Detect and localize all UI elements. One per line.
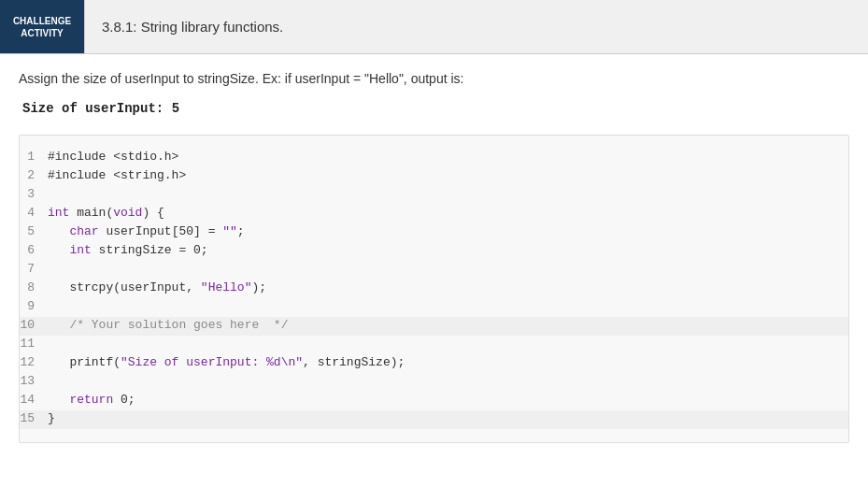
line-num-5: 5 <box>20 224 48 238</box>
line-content-2: #include <string.h> <box>48 168 186 182</box>
page-header: CHALLENGE ACTIVITY 3.8.1: String library… <box>0 0 868 54</box>
line-content-10: /* Your solution goes here */ <box>48 318 288 332</box>
line-content-12: printf("Size of userInput: %d\n", string… <box>48 355 405 369</box>
line-num-3: 3 <box>20 187 48 201</box>
code-line-10: 10 /* Your solution goes here */ <box>20 317 848 336</box>
description-text: Assign the size of userInput to stringSi… <box>19 71 849 86</box>
line-num-12: 12 <box>20 355 48 369</box>
code-line-15: 15 } <box>20 410 848 429</box>
code-line-1: 1 #include <stdio.h> <box>20 149 848 167</box>
line-num-2: 2 <box>20 168 48 182</box>
code-line-5: 5 char userInput[50] = ""; <box>20 223 848 242</box>
line-content-1: #include <stdio.h> <box>48 150 178 164</box>
code-line-14: 14 return 0; <box>20 392 848 410</box>
code-line-12: 12 printf("Size of userInput: %d\n", str… <box>20 354 848 373</box>
line-num-8: 8 <box>20 280 48 294</box>
line-num-15: 15 <box>20 411 48 425</box>
line-content-15: } <box>48 411 55 425</box>
line-num-6: 6 <box>20 243 48 257</box>
header-title: 3.8.1: String library functions. <box>85 19 283 35</box>
line-num-13: 13 <box>20 374 48 388</box>
line-content-8: strcpy(userInput, "Hello"); <box>48 280 266 294</box>
line-num-9: 9 <box>20 299 48 313</box>
line-num-4: 4 <box>20 206 48 220</box>
line-num-11: 11 <box>20 337 48 351</box>
challenge-badge-text: CHALLENGE ACTIVITY <box>13 15 71 39</box>
bottom-space <box>0 452 868 488</box>
code-line-3: 3 <box>20 186 848 205</box>
main-content: Assign the size of userInput to stringSi… <box>0 54 868 452</box>
line-content-4: int main(void) { <box>48 206 164 220</box>
expected-output: Size of userInput: 5 <box>22 101 849 116</box>
code-line-6: 6 int stringSize = 0; <box>20 242 848 261</box>
code-line-7: 7 <box>20 261 848 280</box>
code-line-2: 2 #include <string.h> <box>20 167 848 186</box>
line-num-7: 7 <box>20 262 48 276</box>
line-num-1: 1 <box>20 150 48 164</box>
code-line-8: 8 strcpy(userInput, "Hello"); <box>20 280 848 298</box>
line-content-6: int stringSize = 0; <box>48 243 208 257</box>
line-content-5: char userInput[50] = ""; <box>48 224 245 238</box>
line-num-10: 10 <box>20 318 48 332</box>
code-line-4: 4 int main(void) { <box>20 205 848 223</box>
line-num-14: 14 <box>20 393 48 407</box>
code-line-11: 11 <box>20 336 848 354</box>
code-line-13: 13 <box>20 373 848 392</box>
code-line-9: 9 <box>20 298 848 317</box>
code-editor[interactable]: 1 #include <stdio.h> 2 #include <string.… <box>19 135 849 443</box>
line-content-14: return 0; <box>48 393 135 407</box>
challenge-badge: CHALLENGE ACTIVITY <box>0 0 84 53</box>
